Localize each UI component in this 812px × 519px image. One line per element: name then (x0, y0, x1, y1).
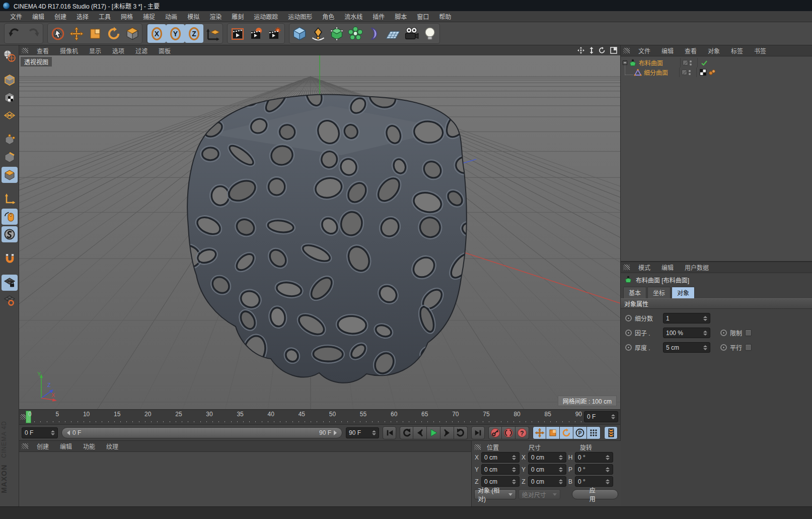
visibility-toggles[interactable] (679, 68, 696, 77)
menu-item[interactable]: 脚本 (390, 12, 412, 21)
render-region-icon[interactable] (247, 24, 265, 43)
object-manager-menu-item[interactable]: 标签 (725, 46, 749, 55)
viewport-menu-item[interactable]: 面板 (153, 46, 176, 55)
menu-item[interactable]: 模拟 (182, 12, 204, 21)
viewport[interactable]: 查看摄像机显示选项过滤面板 透视视图 网格间距 : 100 cm Y Z (19, 45, 621, 409)
drag-handle-icon[interactable] (22, 443, 28, 449)
menu-item[interactable]: 雕刻 (227, 12, 249, 21)
enabled-check-icon[interactable] (701, 60, 708, 66)
viewport-menu-item[interactable]: 摄像机 (54, 46, 84, 55)
spinner-icon[interactable] (606, 466, 610, 473)
menu-item[interactable]: 动画 (160, 12, 182, 21)
menu-item[interactable]: 选择 (71, 12, 94, 21)
add-deformer-icon[interactable] (364, 24, 383, 43)
spinner-icon[interactable] (559, 454, 563, 461)
menu-item[interactable]: 插件 (367, 12, 390, 21)
menu-item[interactable]: 窗口 (412, 12, 434, 21)
viewport-canvas[interactable] (19, 45, 621, 409)
size-field[interactable]: 0 cm (528, 476, 566, 487)
visibility-toggles[interactable] (680, 58, 697, 68)
viewport-menu-item[interactable]: 查看 (31, 46, 54, 55)
lock-workplane-icon[interactable] (2, 275, 18, 291)
render-settings-icon[interactable] (265, 24, 284, 43)
visibility-dots-icon[interactable] (690, 60, 692, 66)
drag-handle-icon[interactable] (623, 48, 630, 53)
object-manager-menu-item[interactable]: 查看 (679, 46, 702, 55)
menu-item[interactable]: 流水线 (339, 12, 367, 21)
object-tree[interactable]: 布料曲面 细分曲面 (621, 56, 812, 261)
range-right-arrow-icon[interactable] (334, 430, 337, 435)
frame-range-slider[interactable]: 0 F 90 F (61, 427, 342, 438)
key-pla-toggle[interactable] (587, 426, 601, 439)
key-rotation-toggle[interactable] (560, 426, 573, 439)
spinner-icon[interactable] (512, 454, 516, 461)
add-subdivision-surface-icon[interactable] (327, 24, 346, 43)
add-light-icon[interactable] (420, 24, 439, 43)
material-menu-item[interactable]: 功能 (78, 442, 101, 450)
rotation-field[interactable]: 0 ° (575, 476, 613, 487)
keying-options-button[interactable]: ? (515, 426, 529, 439)
object-row-cloth-surface[interactable]: 布料曲面 (621, 58, 812, 68)
redo-icon[interactable] (24, 24, 42, 43)
scale-tool-icon[interactable] (86, 24, 104, 43)
goto-end-button[interactable] (471, 426, 485, 439)
keyframe-dot-icon[interactable] (720, 330, 727, 336)
autokey-button[interactable] (502, 426, 515, 439)
spinner-icon[interactable] (512, 466, 516, 473)
enable-axis-icon[interactable] (2, 191, 18, 207)
add-mograph-icon[interactable] (346, 24, 364, 43)
limit-checkbox[interactable] (745, 330, 752, 336)
toggle-view-icon[interactable] (610, 47, 617, 54)
object-name[interactable]: 细分曲面 (642, 68, 679, 77)
tweak-mode-icon[interactable] (2, 209, 18, 225)
edges-mode-icon[interactable] (2, 149, 18, 165)
keyframe-dot-icon[interactable] (625, 330, 632, 336)
previous-frame-button[interactable] (413, 426, 427, 439)
menu-item[interactable]: 编辑 (27, 12, 49, 21)
lock-y-axis-button[interactable]: Y (166, 24, 185, 43)
object-properties-section-header[interactable]: 对象属性 (621, 298, 812, 309)
viewport-menu-item[interactable]: 显示 (84, 46, 107, 55)
size-field[interactable]: 0 cm (528, 452, 566, 463)
visibility-dots-icon[interactable] (689, 70, 691, 75)
menu-item[interactable]: 运动图形 (283, 12, 317, 21)
add-floor-icon[interactable] (383, 24, 402, 43)
texture-mode-icon[interactable] (2, 90, 18, 106)
rotation-field[interactable]: 0 ° (575, 464, 613, 475)
zoom-view-icon[interactable] (589, 47, 594, 54)
move-tool-icon[interactable] (67, 24, 86, 43)
add-cube-icon[interactable] (290, 24, 309, 43)
spinner-icon[interactable] (703, 315, 707, 322)
keyframe-dot-icon[interactable] (625, 344, 632, 351)
play-button[interactable] (427, 426, 440, 439)
spinner-icon[interactable] (703, 330, 707, 337)
menu-item[interactable]: 创建 (49, 12, 71, 21)
previous-key-button[interactable] (400, 426, 413, 439)
object-manager-menu-item[interactable]: 书签 (749, 46, 772, 55)
size-field[interactable]: 0 cm (528, 464, 566, 475)
spinner-icon[interactable] (606, 454, 610, 461)
next-key-button[interactable] (454, 426, 468, 439)
menu-item[interactable]: 运动跟踪 (249, 12, 283, 21)
next-frame-button[interactable] (440, 426, 454, 439)
undo-icon[interactable] (5, 24, 24, 43)
render-view-icon[interactable] (228, 24, 247, 43)
key-parameter-toggle[interactable]: P (573, 426, 587, 439)
spinner-icon[interactable] (703, 344, 707, 351)
enable-snap-icon[interactable] (2, 250, 18, 267)
spinner-icon[interactable] (512, 478, 516, 485)
menu-item[interactable]: 工具 (94, 12, 116, 21)
apply-button[interactable]: 应用 (572, 489, 618, 499)
spinner-icon[interactable] (611, 413, 615, 420)
material-menu-item[interactable]: 编辑 (54, 442, 78, 450)
pan-view-icon[interactable] (577, 47, 584, 54)
material-list-area[interactable] (19, 452, 471, 506)
key-scale-toggle[interactable] (546, 426, 560, 439)
points-mode-icon[interactable] (2, 132, 18, 148)
workplane-tool-icon[interactable] (2, 292, 18, 308)
material-menu-item[interactable]: 纹理 (101, 442, 124, 450)
rotate-tool-icon[interactable] (104, 24, 123, 43)
keyframe-dot-icon[interactable] (720, 344, 727, 351)
add-spline-icon[interactable] (309, 24, 327, 43)
object-row-subdivision-surface[interactable]: 细分曲面 (621, 68, 812, 77)
